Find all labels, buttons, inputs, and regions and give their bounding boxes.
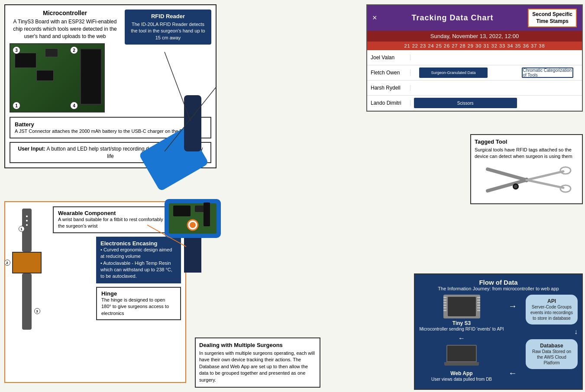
label-circle-1: 1 (19, 226, 25, 232)
multiple-surgeons-text: In surgeries with multiple surgeons oper… (199, 350, 316, 383)
gantt-bar-granulated: Surgeon-Granulated Data (419, 67, 488, 78)
svg-rect-9 (184, 234, 201, 273)
label-circle-3: 3 (34, 308, 40, 314)
tagged-tool-title: Tagged Tool (475, 138, 579, 145)
svg-line-4 (527, 180, 563, 188)
wristband-diagram: 1 2 3 (10, 209, 43, 330)
gantt-bar-chromatic: Chromatic Categorization of Tools (522, 67, 573, 78)
api-text: Server-Code Groups events into recording… (529, 304, 574, 321)
database-cloud: Database Raw Data Stored on the AWS Clou… (526, 339, 578, 369)
pcb-rfid-reader (80, 48, 102, 105)
user-input-bold: User Input: (18, 146, 45, 152)
pcb-label-1: 1 (13, 102, 20, 109)
pcb-chip (36, 70, 54, 81)
flow-right-column: API Server-Code Groups events into recor… (521, 295, 578, 385)
surgeon-name: Harsh Rydell (367, 85, 410, 91)
strap-bottom: 3 (22, 273, 32, 330)
pcb-image: 1 2 3 4 (10, 43, 105, 112)
chart-title: Tracking Data Chart (411, 13, 493, 22)
chart-date: Sunday, November 13, 2022, 12:00 (367, 31, 582, 42)
pcb-chip (45, 48, 58, 57)
device-illustration (117, 91, 281, 273)
label-circle-2: 2 (4, 260, 10, 266)
left-arrow-icon: ← (508, 368, 517, 378)
down-arrow-2-icon: ↓ (574, 328, 578, 336)
tracking-chart: × Tracking Data Chart Second Specific Ti… (366, 4, 583, 112)
surgeon-name: Lando Dimitri (367, 100, 410, 106)
surgeon-bar-area: Scissors (410, 96, 582, 111)
chip-image (443, 295, 480, 318)
chart-numbers: 21 22 23 24 25 26 27 28 29 30 31 32 33 3… (367, 42, 582, 50)
svg-rect-16 (204, 202, 210, 226)
database-label: Database (529, 343, 574, 349)
device-svg (117, 91, 281, 273)
second-specific-badge: Second Specific Time Stamps (528, 9, 577, 27)
svg-point-6 (560, 185, 571, 192)
flow-of-data-box: Flow of Data The Information Journey: fr… (414, 273, 583, 390)
svg-line-1 (488, 169, 527, 180)
hinge-callout: Hinge The hinge is designed to open 180°… (96, 287, 181, 320)
surgeon-row: Fletch Owen Surgeon-Granulated Data Chro… (367, 65, 582, 80)
database-text: Raw Data Stored on the AWS Cloud Platfor… (529, 349, 574, 366)
svg-point-5 (560, 167, 571, 174)
web-app-sublabel: User views data pulled from DB (419, 376, 504, 382)
tagged-tool-box: Tagged Tool Surgical tools have RFID tag… (470, 134, 583, 204)
surgeon-bar-area (410, 80, 582, 96)
scissors-image (479, 163, 574, 197)
laptop-image (444, 345, 479, 369)
multiple-surgeons-title: Dealing with Multiple Surgeons (199, 342, 316, 348)
rfid-box: RFID Reader The ID-20LA RFID Reader dete… (125, 10, 211, 45)
chart-header: × Tracking Data Chart Second Specific Ti… (367, 5, 582, 31)
svg-rect-14 (173, 206, 191, 216)
svg-line-3 (527, 171, 563, 180)
tiny-s3-sublabel: Microcontroller sending RFID 'events' to… (419, 326, 504, 332)
web-app-component: Web App User views data pulled from DB (419, 345, 504, 382)
web-app-label: Web App (419, 370, 504, 376)
tiny-s3-component: Tiny S3 Microcontroller sending RFID 'ev… (419, 295, 504, 332)
svg-line-2 (488, 180, 527, 191)
surgeon-row: Harsh Rydell (367, 80, 582, 96)
surgeon-bar-area (410, 50, 582, 65)
pcb-label-2: 2 (70, 46, 78, 54)
multiple-surgeons-box: Dealing with Multiple Surgeons In surger… (195, 337, 320, 388)
pcb-label-4: 4 (70, 102, 78, 109)
watch-case: 2 (12, 252, 42, 273)
hinge-text: The hinge is designed to open 180° to gi… (101, 297, 176, 317)
tiny-s3-label: Tiny S3 (419, 320, 504, 326)
rfid-text: The ID-20LA RFID Reader detects the tool… (130, 21, 206, 41)
chart-close-button[interactable]: × (372, 13, 377, 22)
hinge-title: Hinge (101, 290, 176, 297)
arrow-container: ← (419, 334, 504, 342)
flow-title: Flow of Data (419, 279, 578, 286)
arrows-column: → ← (508, 295, 517, 385)
surgeon-row: Lando Dimitri Scissors (367, 96, 582, 111)
api-label: API (529, 298, 574, 304)
svg-point-8 (514, 185, 517, 188)
svg-point-18 (190, 222, 196, 228)
svg-rect-19 (184, 95, 201, 151)
right-arrow-icon: → (508, 301, 517, 311)
api-cloud: API Server-Code Groups events into recor… (526, 295, 578, 325)
down-arrow-icon: ← (458, 334, 465, 342)
battery-title: Battery (15, 121, 34, 128)
flow-content: Tiny S3 Microcontroller sending RFID 'ev… (419, 295, 578, 385)
surgeon-row: Joel Valan (367, 50, 582, 65)
tagged-tool-text: Surgical tools have RFID tags attached s… (475, 147, 579, 160)
gantt-bar-scissors: Scissors (414, 98, 517, 109)
surgeon-name: Fletch Owen (367, 70, 410, 76)
chart-grid: Joel Valan Fletch Owen Surgeon-Granulate… (367, 50, 582, 111)
pcb-chip (15, 53, 36, 68)
flow-left-column: Tiny S3 Microcontroller sending RFID 'ev… (419, 295, 504, 385)
surgeon-name: Joel Valan (367, 55, 410, 61)
flow-subtitle: The Information Journey: from microcontr… (419, 286, 578, 291)
surgeon-bar-area: Surgeon-Granulated Data Chromatic Catego… (410, 65, 582, 80)
rfid-title: RFID Reader (130, 13, 206, 19)
